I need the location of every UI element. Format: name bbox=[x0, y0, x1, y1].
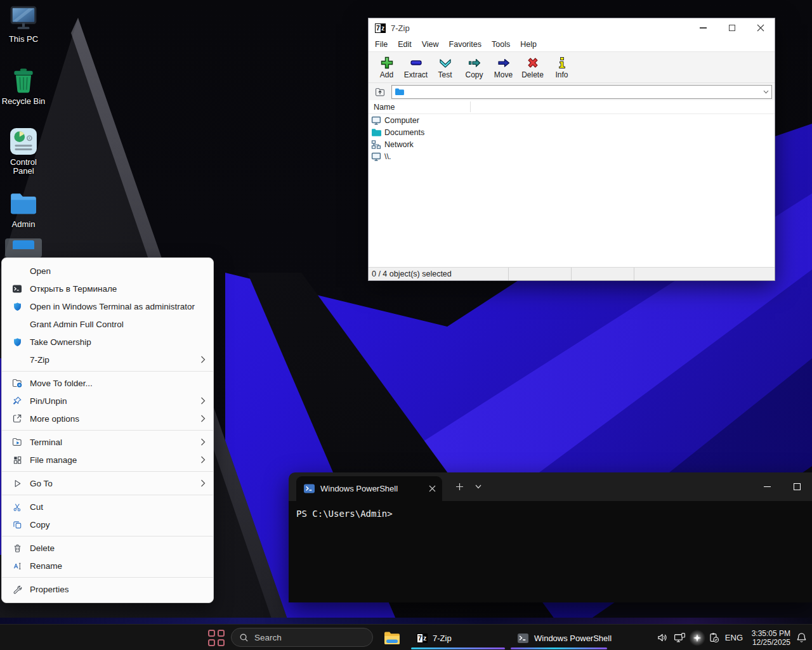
selection-status: 0 / 4 object(s) selected bbox=[372, 270, 452, 278]
add-icon bbox=[379, 55, 395, 70]
menu-item-cut[interactable]: Cut bbox=[2, 498, 213, 516]
column-divider[interactable] bbox=[470, 101, 471, 112]
move-button[interactable]: Move bbox=[489, 53, 518, 82]
copy-button[interactable]: Copy bbox=[460, 53, 488, 82]
menu-item-copy[interactable]: Copy bbox=[2, 516, 213, 533]
parent-folder-button[interactable] bbox=[371, 85, 389, 99]
delete-button[interactable]: Delete bbox=[518, 53, 547, 82]
maximize-button[interactable] bbox=[717, 18, 746, 37]
address-input[interactable] bbox=[407, 88, 760, 96]
desktop-icon-admin-folder[interactable]: Admin bbox=[0, 189, 47, 229]
more-options-icon bbox=[11, 413, 23, 424]
menu-item-7zip[interactable]: 7-Zip bbox=[2, 351, 213, 368]
taskbar-app-7zip[interactable]: 7z 7-Zip bbox=[409, 627, 459, 649]
address-combobox[interactable] bbox=[391, 85, 772, 99]
folder-icon bbox=[371, 128, 381, 137]
menu-tools[interactable]: Tools bbox=[487, 40, 515, 49]
taskbar-app-powershell[interactable]: Windows PowerShell bbox=[509, 627, 619, 649]
active-app-indicator bbox=[511, 647, 607, 649]
maximize-button[interactable] bbox=[782, 472, 812, 501]
recycle-bin-icon bbox=[9, 66, 38, 95]
menu-item-open-terminal-admin[interactable]: Open in Windows Terminal as administrato… bbox=[2, 297, 213, 315]
minimize-button[interactable] bbox=[689, 18, 717, 37]
chevron-right-icon bbox=[200, 356, 206, 363]
menu-edit[interactable]: Edit bbox=[393, 40, 417, 49]
dropdown-button[interactable] bbox=[760, 86, 771, 98]
column-header-name[interactable]: Name bbox=[369, 100, 775, 114]
file-explorer-button[interactable] bbox=[382, 628, 402, 647]
terminal-titlebar[interactable]: Windows PowerShell bbox=[289, 472, 812, 501]
taskbar-search[interactable] bbox=[231, 628, 373, 647]
list-item-documents[interactable]: Documents bbox=[369, 126, 775, 138]
network-icon[interactable] bbox=[674, 632, 686, 643]
computer-icon bbox=[371, 115, 381, 126]
start-button[interactable] bbox=[208, 630, 225, 646]
menu-item-move-to-folder[interactable]: Move To folder... bbox=[2, 374, 213, 392]
menu-item-take-ownership[interactable]: Take Ownership bbox=[2, 333, 213, 351]
menu-separator bbox=[2, 430, 213, 431]
menu-item-pin-unpin[interactable]: Pin/Unpin bbox=[2, 392, 213, 410]
sevenzip-toolbar: Add Extract Test Copy Move bbox=[369, 51, 775, 83]
network-icon bbox=[371, 140, 381, 150]
chevron-right-icon bbox=[200, 415, 206, 422]
extract-button[interactable]: Extract bbox=[402, 53, 430, 82]
test-icon bbox=[438, 55, 453, 70]
menu-item-delete[interactable]: Delete bbox=[2, 539, 213, 557]
menu-item-properties[interactable]: Properties bbox=[2, 580, 213, 598]
maximize-icon bbox=[794, 483, 801, 490]
menu-favorites[interactable]: Favorites bbox=[444, 40, 487, 49]
sparkle-tray-icon[interactable] bbox=[691, 632, 703, 644]
info-button[interactable]: Info bbox=[547, 53, 576, 82]
context-menu: Open Открыть в Терминале Open in Windows… bbox=[1, 257, 214, 603]
tab-close-icon[interactable] bbox=[429, 485, 436, 492]
volume-icon[interactable] bbox=[657, 632, 668, 643]
menu-item-rename[interactable]: Rename bbox=[2, 557, 213, 575]
list-item-network-path[interactable]: \\. bbox=[369, 150, 775, 162]
desktop-icon-this-pc[interactable]: This PC bbox=[0, 4, 47, 44]
menu-item-open-in-terminal-ru[interactable]: Открыть в Терминале bbox=[2, 280, 213, 297]
list-item-computer[interactable]: Computer bbox=[369, 114, 775, 126]
terminal-window: Windows PowerShell PS C:\Users\Admin> bbox=[289, 472, 812, 602]
menu-item-go-to[interactable]: Go To bbox=[2, 474, 213, 492]
terminal-content[interactable]: PS C:\Users\Admin> bbox=[289, 501, 812, 602]
menu-item-grant-admin-full-control[interactable]: Grant Admin Full Control bbox=[2, 315, 213, 333]
desktop-icon-label: Control Panel bbox=[0, 158, 47, 176]
menu-view[interactable]: View bbox=[417, 40, 444, 49]
folder-icon bbox=[9, 189, 38, 218]
menu-separator bbox=[2, 471, 213, 472]
cut-icon bbox=[11, 502, 23, 512]
clipboard-check-icon[interactable] bbox=[709, 632, 719, 643]
pin-icon bbox=[11, 396, 23, 406]
menu-help[interactable]: Help bbox=[515, 40, 542, 49]
search-input[interactable] bbox=[254, 633, 350, 642]
new-tab-button[interactable] bbox=[450, 478, 469, 497]
sevenzip-addressbar bbox=[369, 83, 775, 100]
desktop-icon-recycle-bin[interactable]: Recycle Bin bbox=[0, 66, 47, 106]
computer-icon bbox=[371, 152, 381, 162]
menu-item-open[interactable]: Open bbox=[2, 262, 213, 280]
minimize-button[interactable] bbox=[752, 472, 782, 501]
close-button[interactable] bbox=[746, 18, 775, 37]
menu-separator bbox=[2, 495, 213, 495]
desktop-icon-control-panel[interactable]: Control Panel bbox=[0, 127, 47, 176]
this-pc-icon bbox=[9, 4, 38, 33]
terminal-tab-powershell[interactable]: Windows PowerShell bbox=[296, 476, 442, 501]
test-button[interactable]: Test bbox=[431, 53, 459, 82]
sevenzip-statusbar: 0 / 4 object(s) selected bbox=[369, 267, 775, 280]
list-item-network[interactable]: Network bbox=[369, 138, 775, 150]
desktop-icon-selected-partial[interactable] bbox=[5, 238, 42, 257]
delete-x-icon bbox=[525, 55, 540, 70]
search-icon bbox=[239, 633, 249, 642]
clock[interactable]: 3:35:05 PM 12/25/2025 bbox=[749, 629, 790, 647]
folder-up-icon bbox=[375, 87, 385, 97]
terminal-prompt: PS C:\Users\Admin> bbox=[296, 509, 393, 519]
menu-item-more-options[interactable]: More options bbox=[2, 410, 213, 427]
menu-file[interactable]: File bbox=[370, 40, 393, 49]
add-button[interactable]: Add bbox=[372, 53, 401, 82]
notification-bell-icon[interactable] bbox=[796, 632, 807, 643]
menu-item-terminal[interactable]: Terminal bbox=[2, 433, 213, 451]
language-indicator[interactable]: ENG bbox=[725, 633, 743, 642]
sevenzip-titlebar[interactable]: 7z 7-Zip bbox=[369, 18, 775, 37]
menu-item-file-manage[interactable]: File manage bbox=[2, 451, 213, 469]
tab-dropdown-button[interactable] bbox=[469, 478, 488, 497]
